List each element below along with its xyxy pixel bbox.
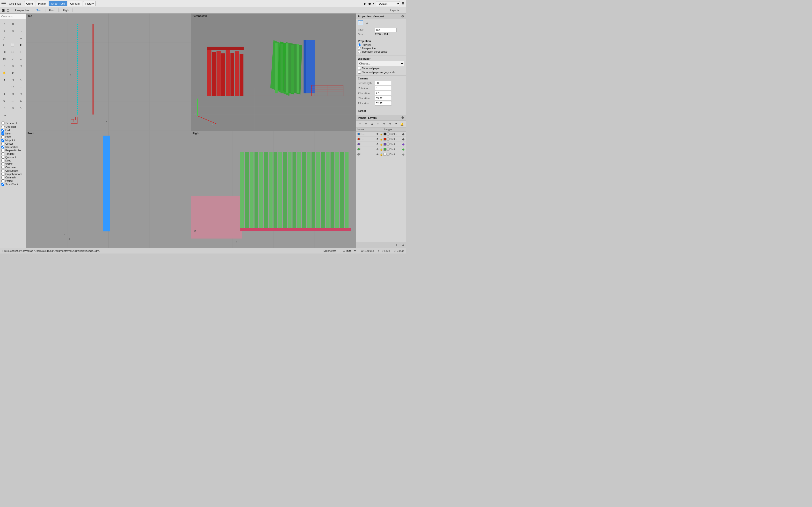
two-point-radio[interactable] xyxy=(358,50,361,53)
array-tool[interactable]: ⊞ xyxy=(9,91,16,97)
layers-icon-1[interactable]: ⊞ xyxy=(357,122,363,126)
point-tool[interactable]: ·⊙ xyxy=(9,20,16,27)
snap-tool[interactable]: ⊹ xyxy=(17,69,24,76)
properties-tool[interactable]: ⚙ xyxy=(1,98,8,104)
play-button[interactable]: ▶ xyxy=(364,2,366,6)
parallel-radio[interactable] xyxy=(358,44,361,46)
clipping-tool[interactable]: ✓ xyxy=(9,56,16,62)
layouts-button[interactable]: Layouts... xyxy=(388,8,404,12)
select-tool[interactable]: ↖ xyxy=(1,20,8,27)
layers-icon-8[interactable]: 🔔 xyxy=(399,122,405,126)
layout-icon[interactable]: ⊞ xyxy=(401,1,405,6)
pan-tool[interactable]: ✋ xyxy=(1,69,8,76)
on-mesh-checkbox[interactable] xyxy=(1,176,4,179)
layer-row-4[interactable]: L... 👁 🔒 Conti... ◆ xyxy=(356,147,406,152)
camera-view-tool[interactable]: ▷ xyxy=(17,105,24,111)
ortho-button[interactable]: Ortho xyxy=(24,1,35,6)
layer-color-1[interactable] xyxy=(384,132,387,135)
extend-tool[interactable]: ↔ xyxy=(17,83,24,90)
text-tool[interactable]: T xyxy=(17,49,24,55)
layers-remove-button[interactable]: − xyxy=(399,243,400,247)
layer-lock-5[interactable]: 🔒 xyxy=(379,153,383,156)
end-checkbox[interactable] xyxy=(1,129,4,131)
properties-settings-button[interactable]: ⚙ xyxy=(401,14,404,18)
mirror-tool[interactable]: ▷ xyxy=(17,76,24,83)
layer-vis-3[interactable]: 👁 xyxy=(376,143,379,146)
wallpaper-choose-select[interactable]: Choose... xyxy=(358,61,404,66)
title-input[interactable] xyxy=(375,28,397,32)
grid-view-button[interactable]: ⊞ xyxy=(2,8,5,12)
polyline-tool[interactable]: ⌐ xyxy=(9,35,16,41)
layer-lock-2[interactable]: 🔒 xyxy=(379,137,383,141)
layers-add-button[interactable]: + xyxy=(396,243,398,247)
right-viewport[interactable]: Right xyxy=(191,131,356,248)
smarttrack-snap-checkbox[interactable] xyxy=(1,183,4,186)
scale-tool[interactable]: ⊡ xyxy=(9,76,16,83)
boolean-tool[interactable]: ⊕ xyxy=(1,91,8,97)
show-wallpaper-checkbox[interactable] xyxy=(358,67,361,70)
fillet-tool[interactable]: ⌒ xyxy=(1,83,8,90)
intersection-checkbox[interactable] xyxy=(1,146,4,149)
arc-tool[interactable]: ⌓ xyxy=(17,27,24,34)
on-curve-checkbox[interactable] xyxy=(1,166,4,169)
tab-right[interactable]: Right xyxy=(59,8,73,12)
dimension-tool[interactable]: ⟺ xyxy=(9,49,16,55)
layer-row-5[interactable]: L... 👁 🔒 Conti... ◆ xyxy=(356,152,406,157)
tab-perspective[interactable]: Perspective xyxy=(12,8,33,12)
knot-checkbox[interactable] xyxy=(1,159,4,162)
layer-color-4[interactable] xyxy=(384,148,387,151)
single-view-button[interactable]: □ xyxy=(7,8,9,12)
grid-snap-button[interactable]: Grid Snap xyxy=(7,1,23,6)
zoom-sel-tool[interactable]: ⊕ xyxy=(9,62,16,69)
point-checkbox[interactable] xyxy=(1,135,4,138)
one-shot-radio[interactable] xyxy=(1,125,5,128)
persistent-radio[interactable] xyxy=(1,121,5,125)
move-tool[interactable]: ✦ xyxy=(1,76,8,83)
top-viewport[interactable]: Top y x xyxy=(26,13,191,131)
lens-length-input[interactable] xyxy=(375,81,392,85)
near-checkbox[interactable] xyxy=(1,132,4,135)
perpendicular-checkbox[interactable] xyxy=(1,149,4,152)
tangent-checkbox[interactable] xyxy=(1,152,4,155)
object-snap-tool[interactable]: ⊙ xyxy=(1,105,8,111)
zoom-ext-tool[interactable]: ⊙ xyxy=(1,62,8,69)
line-tool[interactable]: ╱ xyxy=(1,35,8,41)
object-icon-button[interactable]: □ xyxy=(364,20,369,25)
layer-row-2[interactable]: L... 👁 🔒 Conti... ◆ xyxy=(356,137,406,142)
solid-tool[interactable]: ◧ xyxy=(17,42,24,48)
render-tool[interactable]: ◈ xyxy=(17,98,24,104)
layer-color-2[interactable] xyxy=(384,137,387,140)
mesh-tool[interactable]: ⊞ xyxy=(1,49,8,55)
zoom-tool[interactable]: ⌕ xyxy=(17,56,24,62)
polygon-tool[interactable]: ⬡ xyxy=(1,42,8,48)
layer-tool[interactable]: ☰ xyxy=(9,98,16,104)
history-button[interactable]: History xyxy=(83,1,96,6)
planar-button[interactable]: Planar xyxy=(36,1,48,6)
record-button[interactable]: ⏺ xyxy=(368,2,371,6)
viewport-icon-button[interactable]: ⬜ xyxy=(358,20,363,25)
layer-vis-5[interactable]: 👁 xyxy=(376,153,379,156)
perspective-viewport[interactable]: Perspective xyxy=(191,13,356,131)
x-location-input[interactable] xyxy=(375,91,392,95)
group-tool[interactable]: ⊡ xyxy=(17,91,24,97)
layers-icon-5[interactable]: □ xyxy=(382,122,387,126)
hatch-tool[interactable]: ▤ xyxy=(1,56,8,62)
gumball-button[interactable]: Gumball xyxy=(68,1,82,6)
layers-icon-2[interactable]: □ xyxy=(363,122,369,126)
hamburger-menu[interactable] xyxy=(1,2,6,5)
layer-vis-4[interactable]: 👁 xyxy=(376,148,379,151)
circle-tool[interactable]: ○ xyxy=(1,27,8,34)
smarttrack-button[interactable]: SmartTrack xyxy=(49,1,67,6)
rotate-tool[interactable]: ↻ xyxy=(9,69,16,76)
on-polysurface-checkbox[interactable] xyxy=(1,173,4,175)
cplane-dropdown[interactable]: CPlane xyxy=(340,249,357,253)
layer-row-3[interactable]: L... 👁 🔒 Conti... ◆ xyxy=(356,142,406,147)
light-tool[interactable]: ⊛ xyxy=(9,105,16,111)
zoom-win-tool[interactable]: ⊞ xyxy=(17,62,24,69)
layers-icon-3[interactable]: ◈ xyxy=(369,122,375,126)
quadrant-checkbox[interactable] xyxy=(1,156,4,159)
layer-row-1[interactable]: D... 👁 🔒 Conti... ◆ xyxy=(356,131,406,137)
layers-icon-7[interactable]: ? xyxy=(394,122,399,126)
layers-icon-4[interactable]: ⬡ xyxy=(375,122,380,126)
layer-lock-1[interactable]: 🔒 xyxy=(379,132,383,136)
